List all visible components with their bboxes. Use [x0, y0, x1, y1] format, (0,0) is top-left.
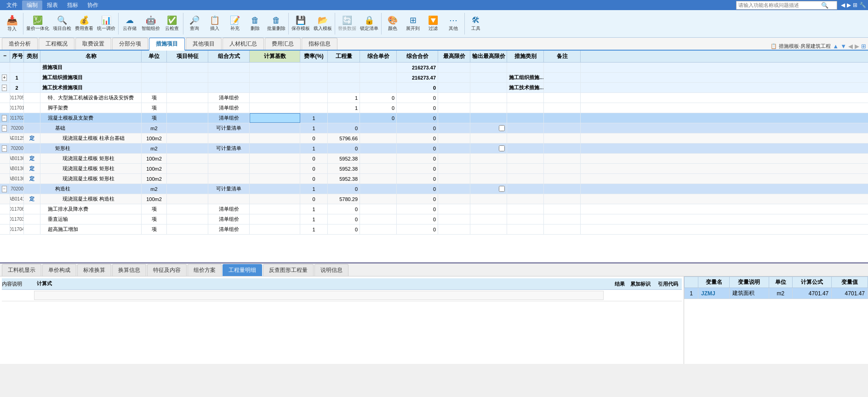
list-item[interactable]: 1 JZMJ 建筑面积 m2 4701.47 4701.47: [685, 288, 868, 299]
expand-btn-011702002[interactable]: −: [2, 145, 7, 152]
td-base-011702[interactable]: [250, 113, 300, 123]
tab-feesetting[interactable]: 取费设置: [75, 38, 111, 50]
checkbox-011702002[interactable]: [499, 145, 505, 151]
btab-feature[interactable]: 特征及内容: [147, 264, 187, 276]
td-feature-r2: [167, 83, 208, 92]
expand-btn-r1[interactable]: +: [2, 75, 7, 81]
checkbox-011702003[interactable]: [499, 186, 505, 192]
td-name-ab0136-2: 现浇混凝土模板 矩形柱: [40, 164, 142, 173]
table-row[interactable]: 011703 垂直运输 项 清单组价 1 0 0: [0, 214, 868, 224]
btn-unifyquote[interactable]: 📊 统一调价: [95, 11, 117, 36]
tab-costanalysis[interactable]: 造价分析: [2, 38, 38, 50]
var-table-header: 变量名 变量说明 单位 计算公式 变量值: [685, 277, 868, 288]
td-expand-011702001[interactable]: −: [0, 123, 10, 133]
nav-btn-4[interactable]: 🔧: [859, 2, 866, 8]
grid-icon[interactable]: ⊞: [861, 43, 866, 50]
table-row[interactable]: 011705 特、大型施工机械设备进出场及安拆费 项 清单组价 1 0 0: [0, 93, 868, 103]
btab-unitprice[interactable]: 单价构成: [42, 264, 76, 276]
nav-btn-2[interactable]: ▶: [847, 2, 851, 8]
btn-delete[interactable]: 🗑 删除: [245, 11, 265, 36]
btn-insert[interactable]: 📋 插入: [205, 11, 225, 36]
btn-import[interactable]: 📥 导入: [2, 11, 22, 36]
td-base-ae0125: [250, 133, 300, 143]
btn-expand[interactable]: ⊞ 展开到: [403, 11, 423, 36]
tab-overview[interactable]: 工程概况: [39, 38, 74, 50]
nav-btn-1[interactable]: ◀: [841, 2, 845, 8]
btn-smartgroup[interactable]: 🤖 智能组价: [140, 11, 162, 36]
tab-sections[interactable]: 分部分项: [112, 38, 148, 50]
td-expand-r1[interactable]: +: [0, 73, 10, 82]
btab-qtydetail[interactable]: 工程量明细: [223, 264, 262, 276]
nav-right-icon[interactable]: ▶: [855, 43, 859, 50]
btn-lockbill[interactable]: 🔒 锁定清单: [358, 11, 380, 36]
btab-materials[interactable]: 工料机显示: [2, 264, 41, 276]
td-name-ab0141: 现浇混凝土模板 构造柱: [40, 194, 142, 204]
collapse-all-btn[interactable]: −: [3, 52, 6, 59]
btn-color[interactable]: 🎨 颜色: [383, 11, 403, 36]
th-expand: −: [0, 51, 10, 62]
btn-cloudsave[interactable]: ☁ 云存储: [120, 11, 140, 36]
btab-graphicqty[interactable]: 反查图形工程量: [263, 264, 314, 276]
menu-collab[interactable]: 协作: [83, 0, 103, 10]
menu-indicator[interactable]: 指标: [63, 0, 83, 10]
tab-materials[interactable]: 人材机汇总: [223, 38, 264, 50]
btab-description[interactable]: 说明信息: [314, 264, 348, 276]
table-row[interactable]: AB0141 定 现浇混凝土模板 构造柱 100m2 0 5780.29 0: [0, 194, 868, 204]
btab-stdconv[interactable]: 标准换算: [77, 264, 111, 276]
expand-btn-011702001[interactable]: −: [2, 125, 7, 132]
table-row[interactable]: AB0136 定 现浇混凝土模板 矩形柱 100m2 0 5952.38 0: [0, 174, 868, 184]
td-expand-r2[interactable]: −: [0, 83, 10, 92]
btn-costcheck[interactable]: 💰 费用查看: [73, 11, 95, 36]
table-row[interactable]: 011706 施工排水及降水费 项 清单组价 1 0 0: [0, 204, 868, 214]
btn-allinone[interactable]: 💹 量价一体化: [24, 11, 51, 36]
btn-selfcheck[interactable]: 🔍 项目自检: [51, 11, 73, 36]
formula-content-input[interactable]: [34, 291, 604, 300]
search-icon[interactable]: 🔍: [821, 2, 828, 9]
expand-btn-r2[interactable]: −: [2, 85, 7, 91]
table-row[interactable]: − 011702002… 矩形柱 m2 可计量清单 1 0 0: [0, 144, 868, 154]
search-input[interactable]: [738, 2, 821, 8]
expand-btn-011702003[interactable]: −: [2, 186, 7, 192]
menu-file[interactable]: 文件: [2, 0, 22, 10]
checkbox-011702001[interactable]: [499, 125, 505, 131]
btn-query[interactable]: 🔎 查询: [184, 11, 205, 36]
expand-btn-011702[interactable]: −: [2, 115, 7, 121]
btn-tools[interactable]: 🛠 工具: [466, 11, 486, 36]
table-row[interactable]: AB0136 定 现浇混凝土模板 矩形柱 100m2 0 5952.38 0: [0, 164, 868, 174]
nav-btn-3[interactable]: ⊞: [853, 2, 857, 8]
nav-up-icon[interactable]: ▲: [833, 43, 839, 50]
td-expand-011702002[interactable]: −: [0, 144, 10, 153]
tab-others[interactable]: 其他项目: [186, 38, 222, 50]
tab-fees[interactable]: 费用汇总: [265, 38, 301, 50]
btn-loadtemplate[interactable]: 📂 载入模板: [312, 11, 334, 36]
btn-other[interactable]: ⋯ 其他: [443, 11, 463, 36]
btab-convinfo[interactable]: 换算信息: [112, 264, 146, 276]
nav-down-icon[interactable]: ▼: [840, 43, 846, 50]
btn-filter[interactable]: 🔽 过滤: [423, 11, 443, 36]
var-row-no: 1: [685, 288, 698, 299]
table-row[interactable]: − 011702 混凝土模板及支架费 项 清单组价 1 0 0: [0, 113, 868, 123]
table-row[interactable]: − 011702001… 基础 m2 可计量清单 1 0 0: [0, 123, 868, 133]
btn-supplement[interactable]: 📝 补充: [225, 11, 245, 36]
nav-left-icon[interactable]: ◀: [848, 43, 853, 50]
tab-measures[interactable]: 措施项目: [149, 38, 185, 51]
td-expand-011702[interactable]: −: [0, 113, 10, 123]
table-row[interactable]: − 2 施工技术措施项目 0 施工技术措施…: [0, 83, 868, 93]
table-row[interactable]: 011701 脚手架费 项 清单组价 1 0 0: [0, 103, 868, 113]
btn-savetemplate[interactable]: 💾 保存模板: [290, 11, 312, 36]
btab-groupplan[interactable]: 组价方案: [188, 264, 222, 276]
btn-replacedata[interactable]: 🔄 替换数据: [336, 11, 358, 36]
table-row-summary[interactable]: 措施项目 216273.47: [0, 63, 868, 73]
table-row[interactable]: AE0125 定 现浇混凝土模板 柱承台基础 100m2 0 5796.66 0: [0, 133, 868, 144]
formula-data-row[interactable]: [2, 290, 682, 301]
table-row[interactable]: 011704 超高施工增加 项 清单组价 1 0 0: [0, 224, 868, 235]
menu-report[interactable]: 报表: [42, 0, 63, 10]
table-row[interactable]: AB0136 定 现浇混凝土模板 矩形柱 100m2 0 5952.38 0: [0, 154, 868, 164]
td-expand-011702003[interactable]: −: [0, 184, 10, 194]
table-row[interactable]: − 011702003… 构造柱 m2 可计量清单 1 0 0: [0, 184, 868, 194]
tab-indicators[interactable]: 指标信息: [302, 38, 337, 50]
btn-batchdelete[interactable]: 🗑 批量删除: [265, 11, 287, 36]
menu-compile[interactable]: 编制: [22, 0, 42, 10]
table-row[interactable]: + 1 施工组织措施项目 216273.47 施工组织措施…: [0, 73, 868, 83]
btn-cloudcheck[interactable]: ✅ 云检查: [162, 11, 182, 36]
